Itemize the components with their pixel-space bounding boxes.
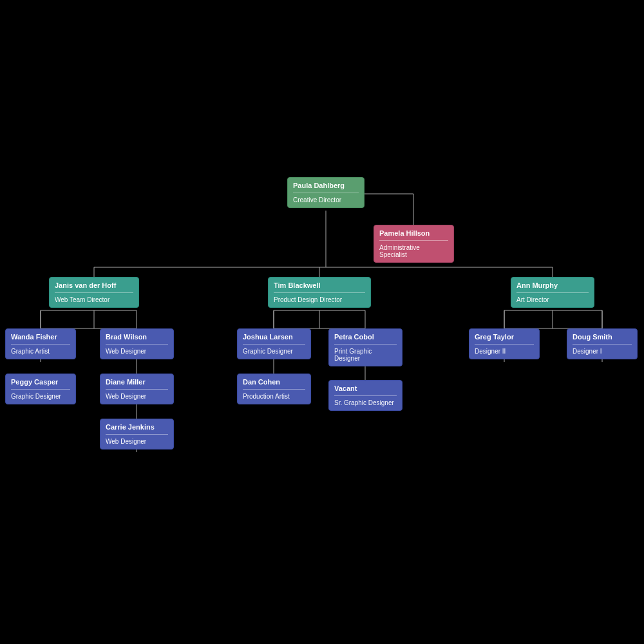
node-ann[interactable]: Ann Murphy Art Director — [511, 277, 594, 308]
node-peggy[interactable]: Peggy Casper Graphic Designer — [5, 374, 76, 404]
node-pamela[interactable]: Pamela Hillson Administrative Specialist — [374, 225, 454, 263]
dan-name: Dan Cohen — [243, 378, 305, 386]
org-chart: Paula Dahlberg Creative Director Pamela … — [0, 0, 644, 644]
vacant-name: Vacant — [334, 384, 397, 392]
node-tim[interactable]: Tim Blackwell Product Design Director — [268, 277, 371, 308]
diane-name: Diane Miller — [106, 378, 168, 386]
node-petra[interactable]: Petra Cobol Print Graphic Designer — [328, 328, 402, 366]
paula-name: Paula Dahlberg — [293, 182, 359, 189]
node-greg[interactable]: Greg Taylor Designer II — [469, 328, 540, 359]
node-diane[interactable]: Diane Miller Web Designer — [100, 374, 174, 404]
joshua-title: Graphic Designer — [243, 348, 305, 355]
doug-name: Doug Smith — [573, 333, 632, 341]
node-paula[interactable]: Paula Dahlberg Creative Director — [287, 177, 365, 208]
node-doug[interactable]: Doug Smith Designer I — [567, 328, 638, 359]
wanda-title: Graphic Artist — [11, 348, 70, 355]
node-carrie[interactable]: Carrie Jenkins Web Designer — [100, 419, 174, 450]
pamela-title: Administrative Specialist — [379, 244, 448, 258]
node-joshua[interactable]: Joshua Larsen Graphic Designer — [237, 328, 311, 359]
petra-name: Petra Cobol — [334, 333, 397, 341]
carrie-title: Web Designer — [106, 438, 168, 445]
vacant-title: Sr. Graphic Designer — [334, 399, 397, 406]
wanda-name: Wanda Fisher — [11, 333, 70, 341]
node-brad[interactable]: Brad Wilson Web Designer — [100, 328, 174, 359]
ann-title: Art Director — [516, 296, 589, 303]
node-dan[interactable]: Dan Cohen Production Artist — [237, 374, 311, 404]
node-janis[interactable]: Janis van der Hoff Web Team Director — [49, 277, 139, 308]
janis-title: Web Team Director — [55, 296, 133, 303]
peggy-title: Graphic Designer — [11, 393, 70, 400]
node-wanda[interactable]: Wanda Fisher Graphic Artist — [5, 328, 76, 359]
doug-title: Designer I — [573, 348, 632, 355]
tim-title: Product Design Director — [274, 296, 365, 303]
petra-title: Print Graphic Designer — [334, 348, 397, 362]
diane-title: Web Designer — [106, 393, 168, 400]
peggy-name: Peggy Casper — [11, 378, 70, 386]
brad-name: Brad Wilson — [106, 333, 168, 341]
dan-title: Production Artist — [243, 393, 305, 400]
paula-title: Creative Director — [293, 196, 359, 204]
connectors-svg — [0, 0, 644, 644]
brad-title: Web Designer — [106, 348, 168, 355]
ann-name: Ann Murphy — [516, 281, 589, 289]
joshua-name: Joshua Larsen — [243, 333, 305, 341]
tim-name: Tim Blackwell — [274, 281, 365, 289]
carrie-name: Carrie Jenkins — [106, 423, 168, 431]
greg-title: Designer II — [475, 348, 534, 355]
node-vacant[interactable]: Vacant Sr. Graphic Designer — [328, 380, 402, 411]
pamela-name: Pamela Hillson — [379, 229, 448, 237]
greg-name: Greg Taylor — [475, 333, 534, 341]
janis-name: Janis van der Hoff — [55, 281, 133, 289]
